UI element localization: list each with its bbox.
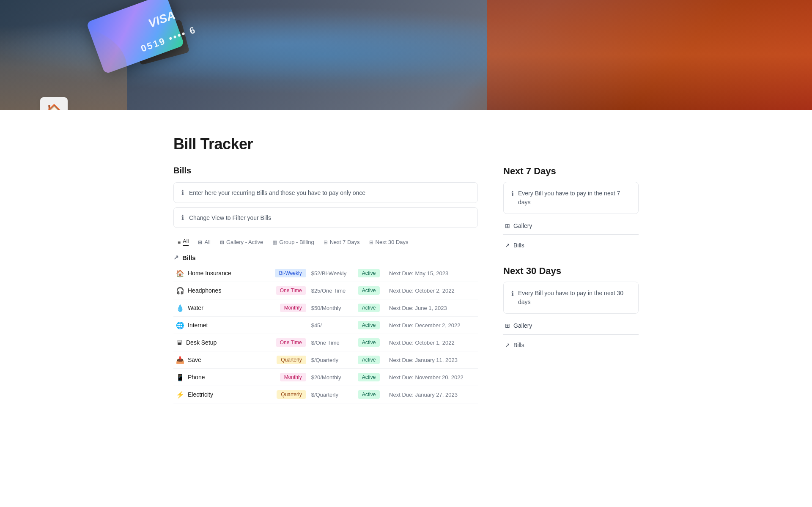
tab-gallery-icon: ⊠	[220, 239, 224, 245]
tab-next7[interactable]: ⊟ Next 7 Days	[319, 236, 364, 249]
tab-table-icon: ⊞	[198, 239, 202, 245]
bill-name-text: Electricity	[188, 391, 213, 398]
next30-gallery-icon: ⊞	[505, 322, 510, 329]
page-icon: 🏠	[40, 97, 68, 110]
tab-next30[interactable]: ⊟ Next 30 Days	[365, 236, 413, 249]
tab-gallery-active-label: Gallery - Active	[226, 239, 263, 245]
table-row[interactable]: 🎧 Headphones One Time$25/One TimeActiveN…	[173, 282, 478, 299]
bills-section-title: Bills	[173, 166, 478, 175]
info-box-1: ℹ Enter here your recurring Bills and th…	[173, 182, 478, 203]
next-due-text: Next Due: November 20, 2022	[389, 374, 464, 381]
table-row[interactable]: 🏠 Home Insurance Bi-Weekly$52/Bi-WeeklyA…	[173, 265, 478, 282]
table-row[interactable]: 🖥 Desk Setup One Time$/One TimeActiveNex…	[173, 334, 478, 351]
bill-icon: ⚡	[176, 391, 184, 399]
next-due-text: Next Due: January 27, 2023	[389, 392, 458, 398]
status-badge: Active	[358, 356, 380, 364]
tab-next30-label: Next 30 Days	[376, 239, 409, 245]
bills-list-header: ↗ Bills	[173, 254, 478, 261]
table-row[interactable]: 🌐 Internet $45/ActiveNext Due: December …	[173, 317, 478, 334]
next30-title: Next 30 Days	[503, 266, 639, 277]
info-text-2: Change View to Filter your Bills	[189, 214, 271, 221]
bill-amount: $/One Time	[311, 340, 340, 346]
frequency-badge: Monthly	[280, 373, 306, 381]
next30-bills-link[interactable]: ↗ Bills	[503, 338, 639, 352]
next-due-text: Next Due: October 2, 2022	[389, 288, 455, 294]
next30-bills-label: Bills	[513, 342, 524, 348]
tab-all-list[interactable]: ≡ All	[173, 236, 193, 249]
status-badge: Active	[358, 338, 380, 347]
next7-info-icon: ℹ	[511, 189, 514, 199]
status-badge: Active	[358, 390, 380, 399]
next30-gallery-link[interactable]: ⊞ Gallery	[503, 319, 639, 332]
next7-gallery-icon: ⊞	[505, 222, 510, 229]
bill-name: 💧 Water	[176, 304, 264, 312]
next30-divider	[503, 334, 639, 335]
tab-next30-icon: ⊟	[369, 239, 373, 245]
bill-name: 🖥 Desk Setup	[176, 339, 264, 346]
bill-icon: 🌐	[176, 321, 184, 329]
bills-table: 🏠 Home Insurance Bi-Weekly$52/Bi-WeeklyA…	[173, 265, 478, 403]
status-badge: Active	[358, 304, 380, 312]
table-row[interactable]: ⚡ Electricity Quarterly$/QuarterlyActive…	[173, 386, 478, 403]
bill-name-text: Save	[188, 356, 201, 363]
next30-info-icon: ℹ	[511, 289, 514, 299]
bill-icon: 🎧	[176, 287, 184, 295]
right-column: Next 7 Days ℹ Every Bill you have to pay…	[503, 166, 639, 365]
bill-amount: $20/Monthly	[311, 374, 341, 381]
tab-next7-icon: ⊟	[324, 239, 328, 245]
tab-all-table-label: All	[204, 239, 210, 245]
info-box-2: ℹ Change View to Filter your Bills	[173, 207, 478, 228]
bill-name-text: Home Insurance	[188, 270, 231, 277]
status-badge: Active	[358, 373, 380, 381]
bill-name: 🌐 Internet	[176, 321, 264, 329]
next7-gallery-link[interactable]: ⊞ Gallery	[503, 219, 639, 233]
next7-bills-link[interactable]: ↗ Bills	[503, 238, 639, 252]
frequency-badge: One Time	[276, 286, 306, 295]
info-icon-1: ℹ	[181, 189, 184, 197]
table-row[interactable]: 📱 Phone Monthly$20/MonthlyActiveNext Due…	[173, 369, 478, 386]
info-icon-2: ℹ	[181, 214, 184, 222]
tabs-row: ≡ All ⊞ All ⊠ Gallery - Active ▦ Group -…	[173, 236, 478, 249]
info-text-1: Enter here your recurring Bills and thos…	[189, 189, 365, 196]
bill-name: 🎧 Headphones	[176, 287, 264, 295]
next30-gallery-label: Gallery	[513, 322, 532, 329]
page-title: Bill Tracker	[173, 135, 639, 153]
tab-all-list-label: All	[183, 238, 189, 246]
bill-amount: $45/	[311, 322, 322, 329]
bills-list-title: Bills	[182, 254, 196, 261]
bill-amount: $/Quarterly	[311, 392, 338, 398]
frequency-badge: One Time	[276, 338, 306, 347]
table-row[interactable]: 📥 Save Quarterly$/QuarterlyActiveNext Du…	[173, 351, 478, 369]
page-icon-emoji: 🏠	[46, 103, 63, 110]
next30-info-box: ℹ Every Bill you have to pay in the next…	[503, 282, 639, 314]
frequency-badge: Quarterly	[277, 390, 306, 399]
bill-name-text: Phone	[188, 374, 205, 381]
bill-amount: $52/Bi-Weekly	[311, 270, 347, 277]
bill-icon: 🖥	[176, 339, 183, 346]
next7-title: Next 7 Days	[503, 166, 639, 177]
status-badge: Active	[358, 269, 380, 277]
next-due-text: Next Due: May 15, 2023	[389, 270, 448, 277]
tab-next7-label: Next 7 Days	[330, 239, 360, 245]
next-due-text: Next Due: January 11, 2023	[389, 357, 458, 363]
bill-name: ⚡ Electricity	[176, 391, 264, 399]
next7-divider	[503, 234, 639, 235]
table-row[interactable]: 💧 Water Monthly$50/MonthlyActiveNext Due…	[173, 299, 478, 317]
next30-info-text: Every Bill you have to pay in the next 3…	[518, 289, 631, 307]
next7-bills-arrow-icon: ↗	[505, 242, 510, 249]
tab-group-icon: ▦	[272, 239, 277, 245]
tab-gallery-active[interactable]: ⊠ Gallery - Active	[216, 236, 267, 249]
bill-amount: $25/One Time	[311, 288, 346, 294]
frequency-badge: Quarterly	[277, 356, 306, 364]
bill-name-text: Desk Setup	[186, 339, 217, 346]
tab-all-table[interactable]: ⊞ All	[194, 236, 214, 249]
bill-name-text: Headphones	[188, 287, 221, 294]
frequency-badge: Bi-Weekly	[275, 269, 306, 277]
bills-arrow-icon: ↗	[173, 254, 179, 261]
bill-name: 📥 Save	[176, 356, 264, 364]
tab-group-billing[interactable]: ▦ Group - Billing	[268, 236, 318, 249]
next7-info-text: Every Bill you have to pay in the next 7…	[518, 189, 631, 207]
tab-group-billing-label: Group - Billing	[279, 239, 314, 245]
status-badge: Active	[358, 321, 380, 329]
bill-icon: 📥	[176, 356, 184, 364]
